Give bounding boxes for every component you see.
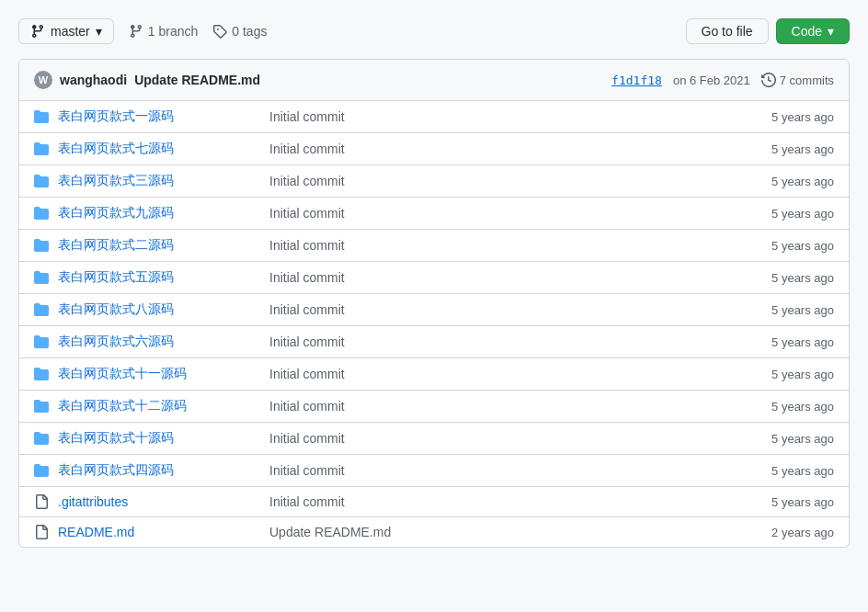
file-list: 表白网页款式一源码 Initial commit 5 years ago 表白网… bbox=[19, 101, 849, 547]
folder-icon bbox=[34, 206, 49, 221]
code-label: Code bbox=[792, 24, 822, 39]
table-row: 表白网页款式九源码 Initial commit 5 years ago bbox=[19, 198, 849, 230]
commit-hash-link[interactable]: f1d1f18 bbox=[611, 74, 662, 87]
folder-icon bbox=[34, 463, 49, 478]
go-to-file-button[interactable]: Go to file bbox=[686, 18, 769, 44]
top-bar: master ▾ 1 branch 0 tags Go to file Code… bbox=[18, 18, 850, 44]
commit-bar: W wanghaodi Update README.md f1d1f18 on … bbox=[19, 60, 849, 101]
file-type-icon bbox=[34, 302, 49, 317]
file-commit-message: Initial commit bbox=[269, 463, 714, 478]
file-name[interactable]: 表白网页款式九源码 bbox=[58, 205, 260, 221]
branch-count-icon bbox=[129, 24, 143, 39]
branch-label: master bbox=[51, 24, 90, 39]
file-name[interactable]: README.md bbox=[58, 525, 260, 539]
table-row: 表白网页款式七源码 Initial commit 5 years ago bbox=[19, 133, 849, 165]
tag-icon bbox=[212, 24, 227, 39]
commits-label: 7 commits bbox=[780, 74, 834, 87]
avatar: W bbox=[34, 71, 52, 89]
commit-message: Update README.md bbox=[134, 73, 260, 87]
branch-icon bbox=[30, 24, 45, 39]
table-row: 表白网页款式一源码 Initial commit 5 years ago bbox=[19, 101, 849, 133]
file-name[interactable]: 表白网页款式一源码 bbox=[58, 108, 260, 125]
file-commit-message: Initial commit bbox=[269, 270, 714, 285]
file-type-icon bbox=[34, 367, 49, 381]
file-name[interactable]: 表白网页款式十源码 bbox=[58, 430, 260, 447]
file-time: 5 years ago bbox=[724, 110, 834, 124]
file-type-icon bbox=[34, 431, 49, 446]
history-icon bbox=[761, 73, 776, 87]
folder-icon bbox=[34, 174, 49, 188]
top-bar-left: master ▾ 1 branch 0 tags bbox=[18, 18, 267, 44]
file-commit-message: Initial commit bbox=[269, 142, 714, 156]
commit-author[interactable]: wanghaodi bbox=[60, 73, 127, 87]
file-time: 2 years ago bbox=[724, 526, 834, 539]
file-time: 5 years ago bbox=[724, 175, 834, 188]
file-time: 5 years ago bbox=[724, 239, 834, 253]
file-time: 5 years ago bbox=[724, 432, 834, 446]
branches-count: 1 branch bbox=[148, 24, 198, 39]
file-type-icon bbox=[34, 463, 49, 478]
file-commit-message: Initial commit bbox=[269, 367, 714, 381]
table-row: 表白网页款式三源码 Initial commit 5 years ago bbox=[19, 165, 849, 198]
file-icon bbox=[34, 525, 49, 539]
file-type-icon bbox=[34, 525, 49, 539]
code-button[interactable]: Code ▾ bbox=[776, 18, 850, 44]
file-type-icon bbox=[34, 238, 49, 253]
file-commit-message: Initial commit bbox=[269, 302, 714, 317]
table-row: 表白网页款式十源码 Initial commit 5 years ago bbox=[19, 423, 849, 455]
file-commit-message: Initial commit bbox=[269, 206, 714, 221]
file-type-icon bbox=[34, 109, 49, 124]
file-type-icon bbox=[34, 174, 49, 188]
folder-icon bbox=[34, 270, 49, 285]
file-time: 5 years ago bbox=[724, 271, 834, 285]
file-name[interactable]: .gitattributes bbox=[58, 494, 260, 509]
branches-link[interactable]: 1 branch bbox=[129, 24, 198, 39]
branch-selector[interactable]: master ▾ bbox=[18, 18, 114, 44]
file-name[interactable]: 表白网页款式二源码 bbox=[58, 237, 260, 254]
file-time: 5 years ago bbox=[724, 368, 834, 381]
file-icon bbox=[34, 494, 49, 509]
table-row: 表白网页款式十一源码 Initial commit 5 years ago bbox=[19, 358, 849, 391]
commits-count-link[interactable]: 7 commits bbox=[761, 73, 834, 87]
file-type-icon bbox=[34, 206, 49, 221]
folder-icon bbox=[34, 334, 49, 349]
file-type-icon bbox=[34, 142, 49, 156]
table-row: 表白网页款式五源码 Initial commit 5 years ago bbox=[19, 262, 849, 294]
table-row: 表白网页款式十二源码 Initial commit 5 years ago bbox=[19, 391, 849, 423]
file-commit-message: Update README.md bbox=[269, 525, 714, 539]
table-row: 表白网页款式六源码 Initial commit 5 years ago bbox=[19, 326, 849, 358]
file-commit-message: Initial commit bbox=[269, 238, 714, 253]
file-name[interactable]: 表白网页款式五源码 bbox=[58, 269, 260, 286]
branch-chevron: ▾ bbox=[96, 24, 102, 39]
file-time: 5 years ago bbox=[724, 207, 834, 221]
folder-icon bbox=[34, 399, 49, 414]
file-name[interactable]: 表白网页款式八源码 bbox=[58, 301, 260, 318]
file-name[interactable]: 表白网页款式七源码 bbox=[58, 141, 260, 157]
file-type-icon bbox=[34, 270, 49, 285]
tags-count: 0 tags bbox=[232, 24, 267, 39]
file-commit-message: Initial commit bbox=[269, 109, 714, 124]
file-name[interactable]: 表白网页款式十一源码 bbox=[58, 366, 260, 382]
file-name[interactable]: 表白网页款式四源码 bbox=[58, 462, 260, 479]
file-type-icon bbox=[34, 494, 49, 509]
table-row: 表白网页款式二源码 Initial commit 5 years ago bbox=[19, 230, 849, 262]
file-type-icon bbox=[34, 399, 49, 414]
folder-icon bbox=[34, 142, 49, 156]
file-time: 5 years ago bbox=[724, 142, 834, 156]
file-commit-message: Initial commit bbox=[269, 399, 714, 414]
file-time: 5 years ago bbox=[724, 400, 834, 414]
tags-link[interactable]: 0 tags bbox=[212, 24, 267, 39]
file-time: 5 years ago bbox=[724, 303, 834, 317]
file-type-icon bbox=[34, 334, 49, 349]
file-name[interactable]: 表白网页款式十二源码 bbox=[58, 398, 260, 414]
folder-icon bbox=[34, 431, 49, 446]
folder-icon bbox=[34, 367, 49, 381]
file-name[interactable]: 表白网页款式三源码 bbox=[58, 173, 260, 189]
file-commit-message: Initial commit bbox=[269, 431, 714, 446]
table-row: .gitattributes Initial commit 5 years ag… bbox=[19, 487, 849, 517]
file-commit-message: Initial commit bbox=[269, 494, 714, 509]
file-commit-message: Initial commit bbox=[269, 334, 714, 349]
folder-icon bbox=[34, 109, 49, 124]
commit-meta: f1d1f18 on 6 Feb 2021 7 commits bbox=[611, 73, 834, 87]
file-name[interactable]: 表白网页款式六源码 bbox=[58, 334, 260, 350]
